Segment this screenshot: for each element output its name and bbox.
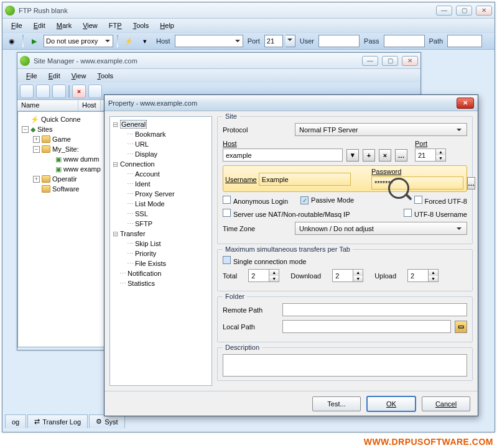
menu-view[interactable]: View [78,21,103,30]
tree-quick-connect[interactable]: Quick Conne [41,116,81,123]
nav-bookmark[interactable]: Bookmark [135,130,166,138]
pass-field[interactable] [384,35,425,47]
menu-ftp[interactable]: FTP [104,21,127,30]
nav-ssl[interactable]: SSL [135,210,148,217]
password-input[interactable] [371,176,463,190]
host-dropdown[interactable]: ▾ [346,149,359,162]
sm-minimize[interactable]: — [362,56,378,66]
close-button[interactable]: ✕ [476,6,492,16]
connect-icon[interactable]: ▶ [27,34,41,48]
sm-close[interactable]: ✕ [402,56,418,66]
cb-nat[interactable]: Server use NAT/Non-routable/Masq IP [223,209,350,218]
sm-maximize[interactable]: ▢ [382,56,398,66]
tab-system[interactable]: ⚙ Syst [89,414,124,428]
tab-transfer-log[interactable]: ⇄ Transfer Log [27,414,88,428]
cb-single-conn[interactable]: Single connection mode [223,256,306,265]
menu-help[interactable]: Help [155,21,179,30]
menu-file[interactable]: File [6,21,27,30]
minimize-button[interactable]: — [436,6,452,16]
password-browse-button[interactable]: … [467,177,475,190]
proxy-combo[interactable]: Do not use proxy [44,35,113,47]
expander-icon[interactable]: − [22,126,29,133]
total-spinner[interactable]: ▲▼ [248,269,279,282]
menu-edit[interactable]: Edit [29,21,50,30]
host-browse-button[interactable]: … [395,149,407,162]
expander-icon[interactable]: + [33,136,40,143]
port-spinner[interactable] [286,35,295,47]
nav-statistics[interactable]: Statistics [128,280,155,287]
menu-tools[interactable]: Tools [128,21,154,30]
dlg-close[interactable]: ✕ [457,98,474,109]
tree-mysites[interactable]: My_Site: [52,145,79,153]
property-dialog: Property - www.example.com ✕ ⊟General ⋯B… [104,94,478,416]
user-field[interactable] [318,35,360,47]
nav-notification[interactable]: Notification [128,270,161,277]
expander-icon[interactable]: + [33,176,40,183]
test-button[interactable]: Test... [312,396,361,411]
sm-save-icon[interactable] [52,85,66,98]
nav-fileexists[interactable]: File Exists [135,260,166,267]
timezone-combo[interactable]: Unknown / Do not adjust [295,222,467,235]
nav-display[interactable]: Display [135,150,157,158]
port-spinner[interactable]: ▲▼ [415,149,467,162]
host-field[interactable] [175,35,243,47]
sm-menu-tools[interactable]: Tools [92,71,118,81]
sm-delete-icon[interactable]: × [72,85,86,98]
maximize-button[interactable]: ▢ [456,6,472,16]
tree-game[interactable]: Game [52,135,71,143]
protocol-combo[interactable]: Normal FTP Server [295,123,467,136]
upload-spinner[interactable]: ▲▼ [407,269,439,282]
sm-open-icon[interactable] [36,85,50,98]
nav-ident[interactable]: Ident [135,180,150,188]
menu-mark[interactable]: Mark [52,21,77,30]
history-icon[interactable]: ◉ [5,34,19,48]
sm-menu-edit[interactable]: Edit [44,71,65,81]
sm-menubar: File Edit View Tools [17,69,420,83]
nav-proxy[interactable]: Proxy Server [135,190,175,198]
expander-icon[interactable]: − [33,146,40,153]
remote-path-input[interactable] [282,303,467,316]
col-name[interactable]: Name [17,100,78,111]
dlg-titlebar: Property - www.example.com ✕ [105,95,478,111]
port-field[interactable] [264,35,283,47]
nav-priority[interactable]: Priority [135,250,156,257]
folder-icon [42,135,50,143]
description-input[interactable] [223,354,467,377]
nav-transfer[interactable]: Transfer [120,230,146,237]
cb-utf8-username[interactable]: UTF-8 Username [404,209,467,218]
cb-passive[interactable]: ✓Passive Mode [300,196,354,205]
tree-software[interactable]: Software [52,185,79,193]
nav-connection[interactable]: Connection [120,160,155,168]
nav-sftp[interactable]: SFTP [135,220,152,227]
sm-menu-file[interactable]: File [21,71,42,81]
host-add-button[interactable]: + [363,149,375,162]
nav-url[interactable]: URL [135,140,149,148]
sm-props-icon[interactable] [88,85,102,98]
sm-new-icon[interactable] [20,85,34,98]
tab-log[interactable]: og [5,414,26,428]
nav-skip[interactable]: Skip List [135,240,161,247]
path-field[interactable] [447,35,482,47]
cb-utf8[interactable]: Forced UTF-8 [414,196,467,205]
cancel-button[interactable]: Cancel [422,396,470,411]
nav-listmode[interactable]: List Mode [135,200,165,208]
username-input[interactable] [259,173,351,186]
nav-general[interactable]: General [120,120,147,129]
property-nav[interactable]: ⊟General ⋯Bookmark ⋯URL ⋯Display ⊟Connec… [109,116,212,386]
host-input[interactable] [223,149,343,162]
tree-example[interactable]: www examp [63,165,101,173]
local-path-input[interactable] [282,320,451,333]
tree-sites[interactable]: Sites [37,126,52,133]
ok-button[interactable]: OK [367,396,416,411]
cb-anonymous[interactable]: Anonymous Login [223,196,288,205]
col-host[interactable]: Host [78,100,101,111]
browse-folder-icon[interactable]: ▭ [455,321,467,333]
sm-menu-view[interactable]: View [67,71,91,81]
tree-dummy[interactable]: www dumm [63,155,99,163]
tree-operatir[interactable]: Operatir [52,175,77,183]
lightning-icon[interactable]: ⚡ [122,34,136,48]
dropdown-icon[interactable]: ▾ [138,34,152,48]
download-spinner[interactable]: ▲▼ [332,269,363,282]
host-remove-button[interactable]: × [379,149,391,162]
nav-account[interactable]: Account [135,170,160,178]
